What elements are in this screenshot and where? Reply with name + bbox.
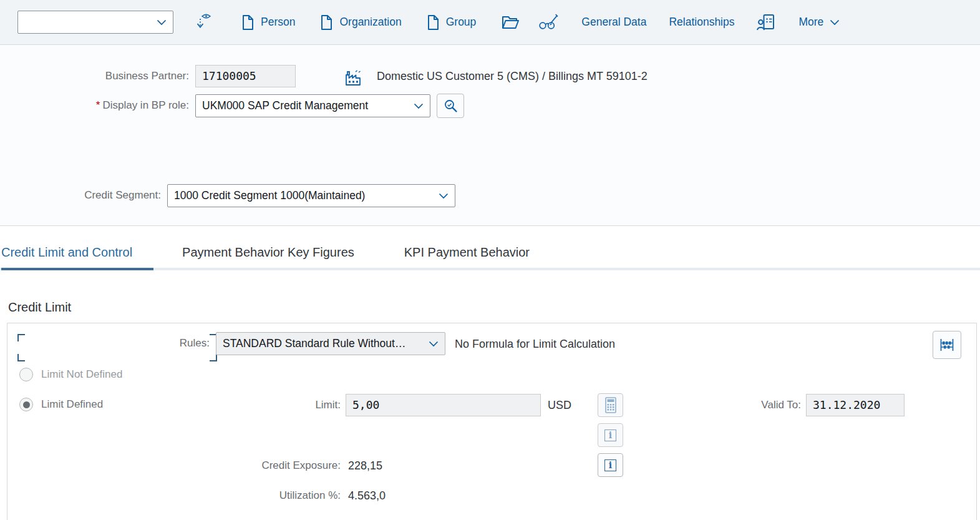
open-folder-icon: [501, 14, 520, 31]
limit-info-button[interactable]: i: [598, 423, 623, 447]
group-button-label: Group: [446, 16, 477, 29]
chevron-down-icon: [439, 193, 449, 199]
organization-button-label: Organization: [339, 16, 401, 29]
simulate-limit-button[interactable]: [933, 331, 961, 359]
quick-action-combobox[interactable]: [17, 11, 173, 34]
chevron-down-icon: [157, 19, 167, 26]
chevron-down-icon: [429, 341, 439, 347]
credit-exposure-label: Credit Exposure:: [7, 454, 341, 477]
tab-credit-limit-and-control[interactable]: Credit Limit and Control: [1, 245, 153, 270]
utilization-value: 4.563,0: [348, 484, 386, 507]
tab-kpi-payment-behavior[interactable]: KPI Payment Behavior: [404, 245, 551, 270]
exposure-info-button[interactable]: i: [598, 453, 623, 477]
abacus-icon: [939, 338, 955, 352]
value-help-button[interactable]: [437, 94, 464, 118]
person-button[interactable]: Person: [241, 14, 295, 31]
general-data-button-label: General Data: [581, 16, 646, 29]
value-help-magnifier-icon: [444, 99, 458, 113]
chevron-down-icon: [414, 103, 424, 109]
radio-limit-not-defined[interactable]: Limit Not Defined: [19, 368, 122, 381]
person-button-label: Person: [261, 16, 295, 29]
calculate-limit-button[interactable]: [598, 393, 623, 417]
credit-limit-tab-content: Credit Limit Rules: STANDARD Standard Ru…: [0, 270, 980, 520]
credit-exposure-value: 228,15: [348, 454, 382, 477]
document-icon: [427, 14, 440, 31]
group-button[interactable]: Group: [427, 14, 477, 31]
toolbar: Person Organization Group: [0, 0, 980, 45]
bp-role-value: UKM000 SAP Credit Management: [202, 99, 409, 112]
relationships-button-label: Relationships: [669, 16, 734, 29]
info-icon: i: [604, 429, 616, 441]
focus-corner-icon: [17, 354, 25, 361]
organization-button[interactable]: Organization: [320, 14, 401, 31]
bp-role-dropdown[interactable]: UKM000 SAP Credit Management: [195, 94, 430, 117]
expand-display-icon: [196, 12, 213, 32]
rules-label: Rules:: [7, 332, 210, 355]
valid-to-field[interactable]: 31.12.2020: [806, 394, 905, 416]
radio-circle-unselected: [19, 368, 33, 381]
rules-note: No Formula for Limit Calculation: [455, 333, 615, 355]
business-partner-field[interactable]: 17100005: [195, 65, 296, 87]
more-button-label: More: [798, 16, 823, 29]
address-card-icon: [757, 13, 776, 32]
general-data-button[interactable]: General Data: [581, 16, 646, 29]
business-partner-label: Business Partner:: [0, 65, 189, 87]
credit-limit-groupbox: Rules: STANDARD Standard Rule Without… N…: [7, 323, 977, 520]
valid-to-label: Valid To:: [631, 394, 801, 416]
chevron-down-icon: [830, 19, 840, 26]
more-button[interactable]: More: [798, 16, 840, 29]
limit-label: Limit:: [7, 394, 341, 416]
relationships-button[interactable]: Relationships: [669, 16, 734, 29]
required-marker: *: [96, 99, 100, 111]
bp-header-section: Business Partner: 17100005 Domestic US C…: [0, 45, 980, 226]
business-partner-description: Domestic US Customer 5 (CMS) / Billings …: [377, 65, 648, 87]
document-icon: [320, 14, 333, 31]
document-icon: [241, 14, 255, 31]
rules-value: STANDARD Standard Rule Without…: [223, 337, 424, 350]
tab-payment-behavior-key-figures[interactable]: Payment Behavior Key Figures: [182, 245, 376, 270]
calculator-icon: [604, 396, 618, 414]
tab-bar: Credit Limit and Control Payment Behavio…: [0, 226, 980, 270]
expand-display-button[interactable]: [196, 12, 213, 32]
credit-segment-value: 1000 Credit Segment 1000(Maintained): [174, 189, 434, 202]
bp-role-label: *Display in BP role:: [0, 94, 189, 117]
limit-field[interactable]: 5,00: [346, 394, 541, 416]
radio-limit-not-defined-label: Limit Not Defined: [41, 368, 122, 381]
utilization-label: Utilization %:: [7, 484, 341, 507]
display-change-button[interactable]: [538, 14, 559, 31]
display-change-icon: [538, 14, 559, 31]
info-icon: i: [604, 459, 616, 471]
bp-credit-management-screen: Person Organization Group: [0, 0, 980, 520]
credit-segment-label: Credit Segment:: [0, 184, 161, 207]
section-title: Credit Limit: [8, 300, 71, 315]
credit-segment-dropdown[interactable]: 1000 Credit Segment 1000(Maintained): [167, 184, 455, 207]
open-folder-button[interactable]: [501, 14, 520, 31]
currency-text: USD: [548, 394, 571, 416]
factory-icon: [344, 70, 362, 86]
address-card-button[interactable]: [757, 13, 776, 32]
rules-dropdown[interactable]: STANDARD Standard Rule Without…: [216, 332, 445, 355]
